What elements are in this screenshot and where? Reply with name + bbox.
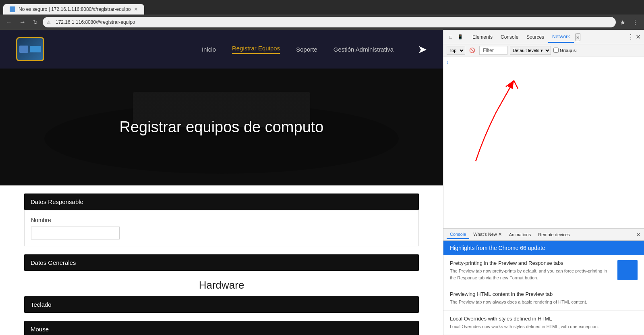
section-mouse-header: Mouse [24,321,419,335]
address-bar-wrapper: ⚠ [43,17,616,27]
bottom-tab-remote-devices[interactable]: Remote devices [535,231,573,239]
form-area: Datos Responsable Nombre Datos Generales… [0,185,443,335]
whats-new-item-2-title: Previewing HTML content in the Preview t… [450,291,638,297]
devtools-console-toolbar: top 🚫 Default levels ▾ Group si [443,44,644,56]
group-similar-label: Group si [553,48,577,53]
red-arrow-annotation [443,56,605,169]
nav-registrar-equipos[interactable]: Registrar Equipos [232,45,280,54]
log-level-select[interactable]: Default levels ▾ [510,46,551,55]
hardware-title: Hardware [24,279,419,291]
bottom-tab-whats-new[interactable]: What's New ✕ [470,230,505,239]
reload-button[interactable]: ↻ [31,17,40,27]
logo-box2 [30,46,41,52]
console-filter-input[interactable] [479,46,507,55]
whats-new-item-2-desc: The Preview tab now always does a basic … [450,299,638,306]
tab-label: No es seguro | 172.16.1.116:8080/#/regis… [19,6,131,12]
whats-new-item-3: Local Overrides with styles defined in H… [443,311,644,335]
navbar-links: Inicio Registrar Equipos Soporte Gestión… [202,43,427,56]
nombre-field-container: Nombre [24,210,419,246]
devtools-tab-network[interactable]: Network [548,31,574,43]
devtools-settings-button[interactable]: ⋮ [627,33,634,41]
browser-chrome: No es seguro | 172.16.1.116:8080/#/regis… [0,0,644,30]
nav-inicio[interactable]: Inicio [202,46,216,53]
whats-new-item-1-desc: The Preview tab now pretty-prints by def… [450,268,613,281]
devtools-content-area: › [443,56,644,228]
whats-new-item-2-text: Previewing HTML content in the Preview t… [450,291,638,306]
bottom-tab-animations[interactable]: Animations [506,231,534,239]
active-tab[interactable]: No es seguro | 172.16.1.116:8080/#/regis… [3,4,144,15]
logo-inner [19,46,41,53]
logo-image [16,37,44,61]
devtools-toolbar: □ 📱 Elements Console Sources Network » ⋮… [443,30,644,44]
logo-box1 [19,46,28,53]
section-teclado: Teclado [24,296,419,313]
devtools-inspect-button[interactable]: □ [447,33,455,41]
tab-bar: No es seguro | 172.16.1.116:8080/#/regis… [0,0,644,15]
svg-line-1 [506,81,514,87]
whats-new-close-icon[interactable]: ✕ [498,232,502,237]
nombre-input[interactable] [31,227,120,239]
whats-new-item-3-desc: Local Overrides now works with styles de… [450,323,638,330]
browser-toolbar: ← → ↻ ⚠ ★ ⋮ [0,15,644,30]
section-responsable-header: Datos Responsable [24,194,419,210]
navbar: Inicio Registrar Equipos Soporte Gestión… [0,30,443,69]
nombre-label: Nombre [31,217,412,223]
main-layout: Inicio Registrar Equipos Soporte Gestión… [0,30,644,335]
logout-button[interactable]: ➤ [418,43,427,56]
section-responsable: Datos Responsable Nombre [24,194,419,246]
clear-console-button[interactable]: 🚫 [468,47,477,54]
devtools-icons: □ 📱 [447,33,464,41]
forward-button[interactable]: → [17,17,28,27]
bottom-panel-close-button[interactable]: ✕ [636,231,641,238]
console-prompt-row: › [443,56,644,68]
whats-new-content: Highlights from the Chrome 66 update Pre… [443,241,644,335]
hero-section: Registrar equipos de computo [0,69,443,185]
devtools-tab-bar: Elements Console Sources Network » [468,31,580,43]
devtools-bottom-panel: Console What's New ✕ Animations Remote d… [443,228,644,335]
devtools-panel: □ 📱 Elements Console Sources Network » ⋮… [443,30,644,335]
section-generales-header: Datos Generales [24,254,419,271]
whats-new-item-1-title: Pretty-printing in the Preview and Respo… [450,260,613,266]
svg-line-2 [514,81,518,89]
back-button[interactable]: ← [3,17,14,27]
section-mouse: Mouse [24,321,419,335]
devtools-tab-sources[interactable]: Sources [522,32,548,42]
tab-favicon [10,6,15,12]
console-input[interactable] [450,59,641,65]
whats-new-item-1: Pretty-printing in the Preview and Respo… [443,255,644,286]
devtools-tab-elements[interactable]: Elements [468,32,497,42]
bottom-tab-console[interactable]: Console [447,230,469,239]
whats-new-item-2: Previewing HTML content in the Preview t… [443,286,644,311]
tab-close-button[interactable]: ✕ [134,7,138,12]
devtools-tab-console[interactable]: Console [497,32,522,42]
security-icon: ⚠ [47,20,51,25]
whats-new-item-1-thumb [617,260,638,280]
hero-title: Registrar equipos de computo [120,119,324,136]
navbar-logo [16,37,44,61]
nav-gestion-administrativa[interactable]: Gestión Administrativa [333,46,393,53]
whats-new-item-3-title: Local Overrides with styles defined in H… [450,316,638,322]
more-menu-button[interactable]: ⋮ [630,17,641,28]
whats-new-item-1-text: Pretty-printing in the Preview and Respo… [450,260,613,281]
context-selector[interactable]: top [447,46,465,55]
group-similar-checkbox[interactable] [553,48,559,53]
whats-new-header: Highlights from the Chrome 66 update [443,241,644,255]
section-generales: Datos Generales [24,254,419,271]
whats-new-item-3-text: Local Overrides with styles defined in H… [450,316,638,330]
devtools-device-button[interactable]: 📱 [456,33,464,41]
website-content: Inicio Registrar Equipos Soporte Gestión… [0,30,443,335]
devtools-close-button[interactable]: ✕ [636,33,641,41]
console-chevron-icon: › [447,59,449,65]
bookmark-button[interactable]: ★ [618,17,627,28]
devtools-bottom-tabs: Console What's New ✕ Animations Remote d… [443,229,644,241]
address-bar[interactable] [43,17,616,27]
section-teclado-header: Teclado [24,296,419,313]
devtools-more-tabs-button[interactable]: » [576,33,580,41]
devtools-right-icons: ⋮ ✕ [627,33,641,41]
nav-soporte[interactable]: Soporte [296,46,317,53]
